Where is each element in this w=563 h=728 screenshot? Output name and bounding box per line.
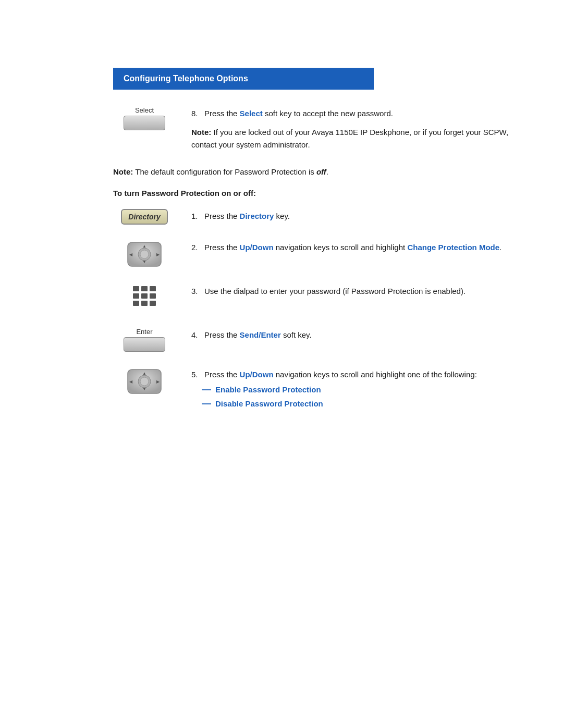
svg-point-2: [140, 250, 149, 258]
soft-key-visual: [124, 116, 165, 130]
bullet-enable: — Enable Password Protection: [202, 384, 521, 395]
step-4-text: 4. Press the Send/Enter soft key.: [191, 329, 521, 341]
step-8-suffix: soft key to accept the new password.: [263, 109, 393, 118]
nav-key-icon-2: ▲ ▼ ◀ ▶: [113, 240, 176, 268]
default-note: Note: The default configuration for Pass…: [113, 166, 521, 178]
svg-rect-11: [141, 293, 148, 299]
nav-key-icon-5: ▲ ▼ ◀ ▶: [113, 367, 176, 396]
svg-rect-9: [150, 286, 156, 291]
step-8-prefix: Press the: [204, 109, 240, 118]
default-note-label: Note:: [113, 167, 133, 176]
step-3-row: 3. Use the dialpad to enter your passwor…: [113, 283, 521, 312]
note-body: If you are locked out of your Avaya 1150…: [191, 128, 508, 149]
step-8-number: 8.: [191, 109, 202, 118]
header-banner: Configuring Telephone Options: [113, 68, 374, 90]
svg-rect-13: [133, 301, 139, 306]
step-3-body: Use the dialpad to enter your password (…: [204, 287, 466, 295]
step-8-row: Select 8. Press the Select soft key to a…: [113, 105, 521, 151]
select-key-icon: Select: [113, 106, 176, 130]
step-2-middle: navigation keys to scroll and highlight: [274, 243, 408, 252]
step-1-suffix: key.: [274, 212, 290, 220]
svg-text:▼: ▼: [142, 260, 146, 264]
svg-text:▲: ▲: [142, 371, 146, 376]
svg-text:▶: ▶: [156, 252, 160, 257]
step-2-link2: Change Protection Mode: [407, 243, 499, 252]
bullet-dash-1: —: [202, 384, 211, 395]
step-2-text: 2. Press the Up/Down navigation keys to …: [191, 241, 521, 254]
step-3-number: 3.: [191, 287, 202, 295]
directory-key-icon: Directory: [113, 209, 176, 225]
step-5-content: 5. Press the Up/Down navigation keys to …: [191, 366, 521, 409]
svg-rect-10: [133, 293, 139, 299]
step-5-row: ▲ ▼ ◀ ▶ 5. Press the Up/Down navigation …: [113, 366, 521, 409]
default-note-italic: off: [316, 167, 326, 176]
step-8-text: 8. Press the Select soft key to accept t…: [191, 107, 521, 120]
step-4-link: Send/Enter: [240, 330, 281, 339]
enable-password-protection: Enable Password Protection: [215, 385, 321, 394]
directory-label: Directory: [128, 213, 160, 221]
step-1-text: 1. Press the Directory key.: [191, 210, 521, 223]
svg-text:▼: ▼: [142, 387, 146, 391]
step-5-text: 5. Press the Up/Down navigation keys to …: [191, 368, 521, 381]
step-5-number: 5.: [191, 370, 202, 379]
dialpad-icon: [113, 284, 176, 312]
disable-password-protection: Disable Password Protection: [215, 399, 323, 408]
bullet-dash-2: —: [202, 398, 211, 409]
default-note-text: The default configuration for Password P…: [133, 167, 316, 176]
enter-label: Enter: [124, 328, 165, 336]
step-4-row: Enter 4. Press the Send/Enter soft key.: [113, 327, 521, 352]
svg-point-18: [140, 377, 149, 386]
step-3-text: 3. Use the dialpad to enter your passwor…: [191, 285, 521, 298]
nav-device-svg-2: ▲ ▼ ◀ ▶: [126, 240, 163, 268]
page-container: Configuring Telephone Options Select 8. …: [0, 68, 563, 728]
nav-device-svg-5: ▲ ▼ ◀ ▶: [126, 367, 163, 396]
step-5-link: Up/Down: [240, 370, 274, 379]
svg-text:▲: ▲: [142, 244, 146, 249]
step-3-content: 3. Use the dialpad to enter your passwor…: [191, 283, 521, 298]
enter-soft-key-visual: [124, 337, 165, 352]
step-8-note: Note: If you are locked out of your Avay…: [191, 126, 521, 151]
default-note-period: .: [326, 167, 328, 176]
dialpad-svg: [129, 284, 160, 312]
step-1-prefix: Press the: [204, 212, 240, 220]
step-2-row: ▲ ▼ ◀ ▶ 2. Press the Up/Down navigation …: [113, 239, 521, 268]
svg-text:◀: ◀: [129, 252, 133, 257]
step-5-prefix: Press the: [204, 370, 240, 379]
enter-button-image: Enter: [124, 328, 165, 352]
step-2-suffix: .: [499, 243, 501, 252]
section-heading: To turn Password Protection on or off:: [113, 189, 521, 198]
select-button-image: Select: [124, 106, 165, 130]
svg-rect-7: [133, 286, 139, 291]
step-8-content: 8. Press the Select soft key to accept t…: [191, 105, 521, 151]
step-1-content: 1. Press the Directory key.: [191, 208, 521, 223]
content-area: Select 8. Press the Select soft key to a…: [0, 105, 563, 409]
svg-rect-8: [141, 286, 148, 291]
svg-rect-14: [141, 301, 148, 306]
bullet-disable: — Disable Password Protection: [202, 398, 521, 409]
step-4-suffix: soft key.: [281, 330, 312, 339]
step-2-content: 2. Press the Up/Down navigation keys to …: [191, 239, 521, 254]
svg-text:◀: ◀: [129, 379, 133, 384]
svg-rect-12: [150, 293, 156, 299]
step-1-number: 1.: [191, 212, 202, 220]
note-label: Note:: [191, 128, 211, 137]
directory-button-image: Directory: [121, 209, 167, 225]
step-4-prefix: Press the: [204, 330, 240, 339]
step-2-prefix: Press the: [204, 243, 240, 252]
step-8-link: Select: [240, 109, 263, 118]
step-5-suffix: navigation keys to scroll and highlight …: [274, 370, 477, 379]
page-title: Configuring Telephone Options: [124, 74, 248, 83]
step-1-row: Directory 1. Press the Directory key.: [113, 208, 521, 225]
enter-key-icon: Enter: [113, 328, 176, 352]
step-2-link: Up/Down: [240, 243, 274, 252]
step-4-content: 4. Press the Send/Enter soft key.: [191, 327, 521, 341]
step-4-number: 4.: [191, 330, 202, 339]
step-1-link: Directory: [240, 212, 274, 220]
svg-text:▶: ▶: [156, 379, 160, 384]
step-2-number: 2.: [191, 243, 202, 252]
svg-rect-15: [150, 301, 156, 306]
select-label: Select: [124, 106, 165, 114]
